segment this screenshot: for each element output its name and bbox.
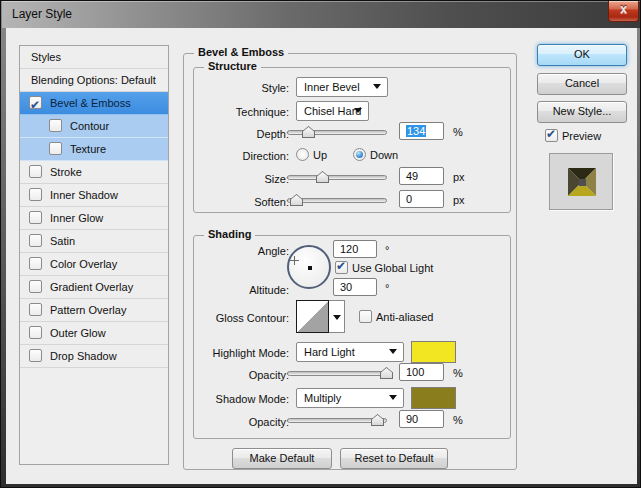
sidebar-item-inner-shadow[interactable]: Inner Shadow bbox=[20, 184, 168, 207]
highlight-mode-dropdown[interactable]: Hard Light bbox=[296, 342, 404, 362]
highlight-opacity-slider[interactable] bbox=[287, 366, 387, 380]
outer-glow-checkbox[interactable] bbox=[29, 326, 42, 339]
shadow-color-swatch[interactable] bbox=[411, 387, 456, 409]
shadow-mode-label: Shadow Mode: bbox=[181, 390, 289, 408]
angle-marker-icon bbox=[290, 256, 299, 265]
direction-label: Direction: bbox=[181, 147, 289, 165]
depth-slider[interactable] bbox=[287, 125, 387, 139]
pattern-overlay-checkbox[interactable] bbox=[29, 303, 42, 316]
close-icon bbox=[609, 2, 638, 16]
sidebar-item-drop-shadow[interactable]: Drop Shadow bbox=[20, 345, 168, 368]
drop-shadow-checkbox[interactable] bbox=[29, 349, 42, 362]
sidebar-item-inner-glow[interactable]: Inner Glow bbox=[20, 207, 168, 230]
contour-checkbox[interactable] bbox=[49, 119, 62, 132]
angle-dial[interactable] bbox=[287, 245, 331, 289]
use-global-light-checkbox[interactable] bbox=[335, 261, 348, 274]
inner-shadow-checkbox[interactable] bbox=[29, 188, 42, 201]
size-unit: px bbox=[453, 168, 465, 186]
soften-slider[interactable] bbox=[287, 193, 387, 207]
bevel-preview-image bbox=[568, 168, 596, 196]
sidebar-item-texture[interactable]: Texture bbox=[20, 138, 168, 161]
shading-legend: Shading bbox=[204, 228, 255, 240]
depth-label: Depth: bbox=[181, 125, 289, 143]
dialog-title: Layer Style bbox=[12, 1, 72, 27]
technique-label: Technique: bbox=[181, 103, 289, 121]
sidebar-item-pattern-overlay[interactable]: Pattern Overlay bbox=[20, 299, 168, 322]
anti-aliased-checkbox[interactable] bbox=[359, 310, 372, 323]
panel-title: Bevel & Emboss bbox=[194, 46, 288, 58]
satin-checkbox[interactable] bbox=[29, 234, 42, 247]
direction-down-radio[interactable] bbox=[353, 148, 366, 161]
shadow-opacity-slider[interactable] bbox=[287, 413, 387, 427]
highlight-opacity-input[interactable]: 100 bbox=[399, 363, 444, 381]
new-style-button[interactable]: New Style... bbox=[537, 101, 627, 123]
gloss-contour-label: Gloss Contour: bbox=[181, 309, 289, 327]
shadow-opacity-label: Opacity: bbox=[181, 413, 289, 431]
preview-thumbnail bbox=[549, 153, 613, 210]
use-global-light-label: Use Global Light bbox=[352, 261, 433, 276]
soften-input[interactable]: 0 bbox=[399, 190, 444, 208]
sidebar-item-stroke[interactable]: Stroke bbox=[20, 161, 168, 184]
angle-input[interactable]: 120 bbox=[333, 240, 377, 258]
chevron-down-icon bbox=[333, 315, 341, 320]
chevron-down-icon bbox=[389, 395, 397, 400]
highlight-opacity-unit: % bbox=[453, 364, 463, 382]
sidebar-item-color-overlay[interactable]: Color Overlay bbox=[20, 253, 168, 276]
direction-up-label: Up bbox=[313, 148, 327, 163]
shadow-opacity-unit: % bbox=[453, 411, 463, 429]
gradient-overlay-checkbox[interactable] bbox=[29, 280, 42, 293]
technique-dropdown[interactable]: Chisel Hard bbox=[296, 101, 369, 121]
preview-label: Preview bbox=[562, 129, 601, 144]
bevel-emboss-checkbox[interactable] bbox=[29, 96, 42, 109]
color-overlay-checkbox[interactable] bbox=[29, 257, 42, 270]
angle-unit: ° bbox=[385, 241, 389, 259]
inner-glow-checkbox[interactable] bbox=[29, 211, 42, 224]
chevron-down-icon bbox=[373, 84, 381, 89]
title-bar: Layer Style bbox=[2, 1, 641, 28]
sidebar-item-contour[interactable]: Contour bbox=[20, 115, 168, 138]
highlight-mode-label: Highlight Mode: bbox=[181, 344, 289, 362]
soften-unit: px bbox=[453, 191, 465, 209]
direction-up-radio[interactable] bbox=[296, 148, 309, 161]
sidebar-item-gradient-overlay[interactable]: Gradient Overlay bbox=[20, 276, 168, 299]
texture-checkbox[interactable] bbox=[49, 142, 62, 155]
altitude-input[interactable]: 30 bbox=[333, 278, 377, 296]
sidebar-item-bevel-emboss[interactable]: Bevel & Emboss bbox=[20, 92, 168, 115]
style-dropdown[interactable]: Inner Bevel bbox=[296, 77, 388, 97]
angle-label: Angle: bbox=[181, 242, 289, 260]
stroke-checkbox[interactable] bbox=[29, 165, 42, 178]
sidebar-item-blending-options[interactable]: Blending Options: Default bbox=[20, 69, 168, 92]
chevron-down-icon bbox=[354, 108, 362, 113]
soften-slider-thumb[interactable] bbox=[290, 194, 303, 206]
gloss-contour-picker[interactable] bbox=[296, 300, 329, 333]
highlight-color-swatch[interactable] bbox=[411, 341, 456, 363]
close-button[interactable] bbox=[608, 1, 639, 22]
altitude-label: Altitude: bbox=[181, 281, 289, 299]
sidebar-item-outer-glow[interactable]: Outer Glow bbox=[20, 322, 168, 345]
soften-label: Soften: bbox=[181, 193, 289, 211]
sidebar-item-satin[interactable]: Satin bbox=[20, 230, 168, 253]
cancel-button[interactable]: Cancel bbox=[537, 73, 627, 95]
direction-down-label: Down bbox=[370, 148, 398, 163]
ok-button[interactable]: OK bbox=[537, 44, 627, 66]
gloss-contour-dropdown-button[interactable] bbox=[329, 300, 345, 333]
shadow-opacity-input[interactable]: 90 bbox=[399, 410, 444, 428]
reset-to-default-button[interactable]: Reset to Default bbox=[340, 448, 448, 469]
shadow-opacity-slider-thumb[interactable] bbox=[371, 414, 384, 426]
structure-legend: Structure bbox=[204, 60, 261, 72]
chevron-down-icon bbox=[389, 349, 397, 354]
make-default-button[interactable]: Make Default bbox=[232, 448, 332, 469]
size-slider[interactable] bbox=[287, 170, 387, 184]
preview-checkbox[interactable] bbox=[545, 129, 558, 142]
layer-style-dialog: Layer Style Styles Blending Options: Def… bbox=[0, 0, 641, 488]
styles-sidebar: Styles Blending Options: Default Bevel &… bbox=[19, 45, 169, 465]
size-input[interactable]: 49 bbox=[399, 167, 444, 185]
depth-unit: % bbox=[453, 123, 463, 141]
size-slider-thumb[interactable] bbox=[316, 171, 329, 183]
depth-slider-thumb[interactable] bbox=[302, 126, 315, 138]
dial-center-dot bbox=[308, 266, 312, 270]
highlight-opacity-label: Opacity: bbox=[181, 366, 289, 384]
depth-input[interactable]: 134 bbox=[399, 122, 444, 140]
shadow-mode-dropdown[interactable]: Multiply bbox=[296, 388, 404, 408]
anti-aliased-label: Anti-aliased bbox=[376, 310, 433, 325]
